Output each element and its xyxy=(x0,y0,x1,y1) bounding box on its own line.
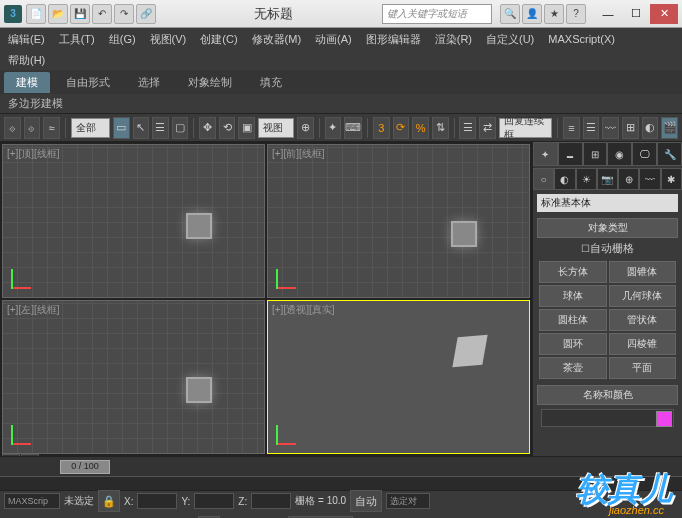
display-tab-icon[interactable]: 🖵 xyxy=(632,142,657,166)
viewport-top[interactable]: [+][顶][线框] xyxy=(2,144,265,298)
tube-button[interactable]: 管状体 xyxy=(609,309,677,331)
anglesnap-icon[interactable]: ⟳ xyxy=(393,117,410,139)
link-icon[interactable]: ⟐ xyxy=(4,117,21,139)
menu-group[interactable]: 组(G) xyxy=(109,32,136,47)
cube-object[interactable] xyxy=(186,213,212,239)
close-button[interactable]: ✕ xyxy=(650,4,678,24)
select-icon[interactable]: ▭ xyxy=(113,117,130,139)
redo-icon[interactable]: ↷ xyxy=(114,4,134,24)
menu-customize[interactable]: 自定义(U) xyxy=(486,32,534,47)
manip-icon[interactable]: ✦ xyxy=(325,117,342,139)
time-ruler[interactable] xyxy=(0,476,682,490)
hierarchy-tab-icon[interactable]: ⊞ xyxy=(583,142,608,166)
selection-filter[interactable]: 全部 xyxy=(71,118,110,138)
category-select[interactable]: 标准基本体 xyxy=(537,194,678,212)
schematic-icon[interactable]: ⊞ xyxy=(622,117,639,139)
color-swatch[interactable] xyxy=(656,411,672,427)
search-icon[interactable]: 🔍 xyxy=(500,4,520,24)
shapes-icon[interactable]: ◐ xyxy=(554,168,575,190)
unlink-icon[interactable]: ⟐ xyxy=(24,117,41,139)
tab-modeling[interactable]: 建模 xyxy=(4,72,50,93)
box-button[interactable]: 长方体 xyxy=(539,261,607,283)
material-icon[interactable]: ◐ xyxy=(642,117,659,139)
fav-icon[interactable]: ★ xyxy=(544,4,564,24)
new-icon[interactable]: 📄 xyxy=(26,4,46,24)
tab-objectpaint[interactable]: 对象绘制 xyxy=(176,72,244,93)
modify-tab-icon[interactable]: 🗕 xyxy=(558,142,583,166)
tab-freeform[interactable]: 自由形式 xyxy=(54,72,122,93)
select-region-icon[interactable]: ▢ xyxy=(172,117,189,139)
plane-button[interactable]: 平面 xyxy=(609,357,677,379)
autokey-button[interactable]: 自动 xyxy=(350,490,382,512)
helpers-icon[interactable]: ⊕ xyxy=(618,168,639,190)
geometry-icon[interactable]: ○ xyxy=(533,168,554,190)
systems-icon[interactable]: ✱ xyxy=(661,168,682,190)
cameras-icon[interactable]: 📷 xyxy=(597,168,618,190)
pivot-icon[interactable]: ⊕ xyxy=(297,117,314,139)
space-icon[interactable]: 〰 xyxy=(639,168,660,190)
time-slider-thumb[interactable]: 0 / 100 xyxy=(60,460,110,474)
utilities-tab-icon[interactable]: 🔧 xyxy=(657,142,682,166)
search-input[interactable]: 键入关键字或短语 xyxy=(382,4,492,24)
z-input[interactable] xyxy=(251,493,291,509)
link-icon[interactable]: 🔗 xyxy=(136,4,156,24)
layers-icon[interactable]: ☰ xyxy=(583,117,600,139)
menu-rendering[interactable]: 渲染(R) xyxy=(435,32,472,47)
refcoord-select[interactable]: 视图 xyxy=(258,118,294,138)
teapot-button[interactable]: 茶壶 xyxy=(539,357,607,379)
mirror-icon[interactable]: ⇄ xyxy=(479,117,496,139)
sphere-button[interactable]: 球体 xyxy=(539,285,607,307)
align-icon[interactable]: ≡ xyxy=(563,117,580,139)
menu-tools[interactable]: 工具(T) xyxy=(59,32,95,47)
cube-object[interactable] xyxy=(451,221,477,247)
render-icon[interactable]: 🎬 xyxy=(661,117,678,139)
scale-icon[interactable]: ▣ xyxy=(238,117,255,139)
script-listener[interactable]: MAXScrip xyxy=(4,493,60,509)
viewport-front[interactable]: [+][前][线框] xyxy=(267,144,530,298)
snap-icon[interactable]: 3 xyxy=(373,117,390,139)
undo-icon[interactable]: ↶ xyxy=(92,4,112,24)
percentsnap-icon[interactable]: % xyxy=(412,117,429,139)
menu-grapheditors[interactable]: 图形编辑器 xyxy=(366,32,421,47)
move-icon[interactable]: ✥ xyxy=(199,117,216,139)
objecttype-header[interactable]: 对象类型 xyxy=(537,218,678,238)
menu-animation[interactable]: 动画(A) xyxy=(315,32,352,47)
viewport-perspective[interactable]: [+][透视][真实] xyxy=(267,300,530,454)
cube-object[interactable] xyxy=(450,331,490,371)
menu-help[interactable]: 帮助(H) xyxy=(8,53,45,68)
pyramid-button[interactable]: 四棱锥 xyxy=(609,333,677,355)
cone-button[interactable]: 圆锥体 xyxy=(609,261,677,283)
namedsel-select[interactable]: 回复连续框 xyxy=(499,118,553,138)
create-tab-icon[interactable]: ✦ xyxy=(533,142,558,166)
time-slider[interactable]: 0 / 100 xyxy=(0,456,682,476)
menu-modifiers[interactable]: 修改器(M) xyxy=(252,32,302,47)
name-input[interactable] xyxy=(541,409,674,427)
open-icon[interactable]: 📂 xyxy=(48,4,68,24)
cylinder-button[interactable]: 圆柱体 xyxy=(539,309,607,331)
keymode-icon[interactable]: ⌨ xyxy=(344,117,362,139)
maximize-button[interactable]: ☐ xyxy=(622,4,650,24)
namedsel-icon[interactable]: ☰ xyxy=(459,117,476,139)
x-input[interactable] xyxy=(137,493,177,509)
curve-icon[interactable]: 〰 xyxy=(602,117,619,139)
geosphere-button[interactable]: 几何球体 xyxy=(609,285,677,307)
tab-selection[interactable]: 选择 xyxy=(126,72,172,93)
menu-create[interactable]: 创建(C) xyxy=(200,32,237,47)
help-icon[interactable]: ? xyxy=(566,4,586,24)
signin-icon[interactable]: 👤 xyxy=(522,4,542,24)
lock-icon[interactable]: 🔒 xyxy=(98,490,120,512)
tab-populate[interactable]: 填充 xyxy=(248,72,294,93)
select-name-icon[interactable]: ☰ xyxy=(152,117,169,139)
rotate-icon[interactable]: ⟲ xyxy=(219,117,236,139)
spinnersnap-icon[interactable]: ⇅ xyxy=(432,117,449,139)
y-input[interactable] xyxy=(194,493,234,509)
torus-button[interactable]: 圆环 xyxy=(539,333,607,355)
menu-edit[interactable]: 编辑(E) xyxy=(8,32,45,47)
cube-object[interactable] xyxy=(186,377,212,403)
viewport-left[interactable]: [+][左][线框] xyxy=(2,300,265,454)
keyfilter[interactable]: 选定对 xyxy=(386,493,430,509)
autogrid-checkbox[interactable]: ☐ 自动栅格 xyxy=(537,238,678,259)
motion-tab-icon[interactable]: ◉ xyxy=(607,142,632,166)
minimize-button[interactable]: — xyxy=(594,4,622,24)
select-arrow-icon[interactable]: ↖ xyxy=(133,117,150,139)
